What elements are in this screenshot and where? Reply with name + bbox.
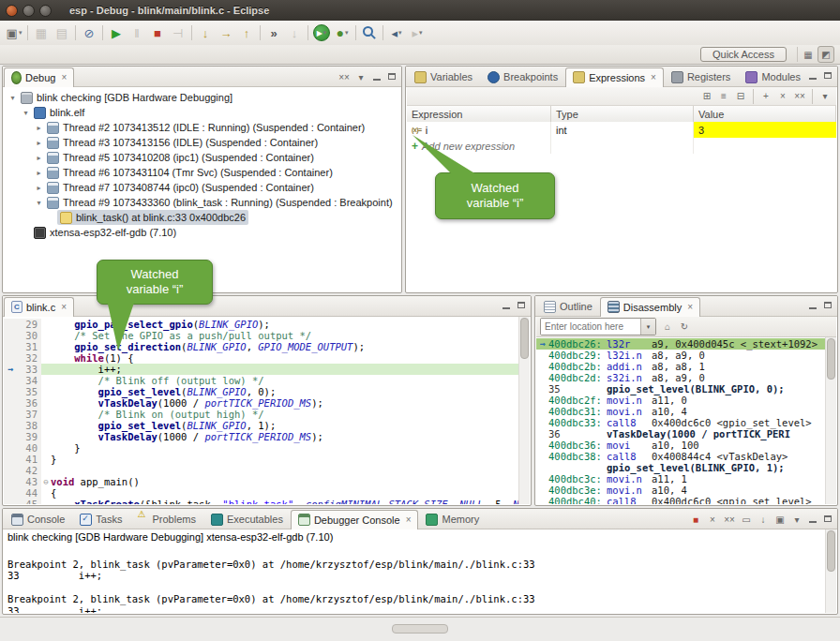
gutter-marker[interactable] [4,397,17,409]
terminate-console-icon[interactable]: ■ [688,512,703,527]
minimize-icon[interactable] [806,513,819,526]
window-maximize-button[interactable] [39,5,52,17]
scroll-lock-icon[interactable]: ↓ [756,512,771,527]
tab-problems[interactable]: Problems [129,509,202,529]
disassembly-line[interactable]: 400dbc40:call80x400dc6c0 <gpio_set_level… [536,496,826,504]
code-line[interactable]: 38 gpio_set_level(BLINK_GPIO, 1); [4,420,519,431]
code-line[interactable]: 42 [4,465,519,476]
disassembly-line[interactable]: 400dbc31:movi.na10, 4 [536,406,826,417]
instruction-pointer-icon[interactable]: → [4,364,17,375]
disassembly-line[interactable]: 36vTaskDelay(1000 / portTICK_PERI [536,428,826,440]
open-perspective-icon[interactable]: ▦ [801,47,816,62]
scrollbar-thumb[interactable] [827,338,835,380]
console-scrollbar[interactable] [825,529,836,613]
debug-tree-item[interactable]: ▸Thread #2 1073413512 (IDLE : Running) (… [4,120,400,135]
maximize-icon[interactable] [821,69,834,82]
code-line[interactable]: 29 gpio_pad_select_gpio(BLINK_GPIO); [4,319,519,330]
window-close-button[interactable] [6,5,18,17]
show-type-names-icon[interactable]: ⊞ [699,89,714,104]
debug-tree-item[interactable]: ▾blink checking [GDB Hardware Debugging] [4,90,400,105]
view-menu-icon[interactable]: ▾ [353,69,368,84]
gutter-marker[interactable] [4,409,17,420]
tab-breakpoints[interactable]: Breakpoints [480,67,565,86]
close-tab-icon[interactable]: × [687,302,693,312]
code-line[interactable]: 45 xTaskCreate(&blink_task, "blink_task"… [4,499,519,504]
step-return-icon[interactable]: ↑ [236,23,257,42]
disassembly-line[interactable]: gpio_set_level(BLINK_GPIO, 1); [536,462,826,473]
debug-tree-item[interactable]: ▸Thread #5 1073410208 (ipc1) (Suspended … [4,150,400,165]
remove-all-icon[interactable]: ×× [792,89,807,104]
column-header-type[interactable]: Type [551,106,694,122]
code-line[interactable]: 37 /* Blink on (output high) */ [4,409,519,420]
search-icon[interactable]: ○ [359,23,380,42]
expression-row[interactable]: (x)= i int 3 [407,122,836,138]
debug-tree-item[interactable]: xtensa-esp32-elf-gdb (7.10) [4,225,400,240]
scrollbar-thumb[interactable] [520,318,529,359]
tree-expander-icon[interactable]: ▾ [34,199,44,207]
add-new-expression-icon[interactable]: + [758,89,773,104]
disassembly-line[interactable]: 400dbc2b:addi.na8, a8, 1 [536,361,826,372]
disconnect-icon[interactable]: ⊣ [168,23,188,42]
tree-expander-icon[interactable]: ▾ [21,109,31,117]
tab-modules[interactable]: Modules [738,67,808,86]
remove-selected-icon[interactable]: × [775,89,790,104]
remove-all-terminated-icon[interactable]: ×× [337,69,352,84]
maximize-icon[interactable] [385,70,398,83]
close-tab-icon[interactable]: × [61,72,67,82]
minimize-icon[interactable] [370,70,383,83]
column-header-expression[interactable]: Expression [407,106,551,122]
code-line[interactable]: 43⊖void app_main() [4,476,519,487]
tab-outline[interactable]: Outline [536,296,600,316]
skip-all-breakpoints-icon[interactable]: ⊘ [79,23,99,42]
back-icon[interactable]: ◂▾ [386,23,407,42]
code-line[interactable]: 40 } [4,442,519,454]
code-line[interactable]: 36 vTaskDelay(1000 / portTICK_PERIOD_MS)… [4,397,519,409]
drop-to-frame-icon[interactable]: ↓ [284,23,305,42]
code-line[interactable]: 41} [4,454,519,465]
tab-registers[interactable]: Registers [664,67,738,86]
column-header-value[interactable]: Value [694,106,836,122]
expression-value[interactable]: 3 [694,122,836,138]
quick-access-button[interactable]: Quick Access [700,47,787,62]
suspend-icon[interactable]: ‖ [127,23,147,42]
close-tab-icon[interactable]: × [61,302,67,312]
gutter-marker[interactable] [4,442,17,454]
gutter-marker[interactable] [4,352,17,364]
tree-expander-icon[interactable]: ▾ [8,94,18,102]
code-line[interactable]: 32 while(1) { [4,352,519,364]
scrollbar-thumb[interactable] [827,530,835,572]
gutter-marker[interactable] [4,454,17,465]
home-icon[interactable]: ⌂ [660,320,675,335]
gutter-marker[interactable] [4,375,17,386]
code-line[interactable]: 35 gpio_set_level(BLINK_GPIO, 0); [4,386,519,397]
refresh-icon[interactable]: ↻ [677,320,692,335]
gutter-marker[interactable] [4,341,17,352]
tab-console[interactable]: Console [4,509,72,529]
disassembly-line[interactable]: 400dbc38:call80x400844c4 <vTaskDelay> [536,451,826,462]
editor-scrollbar[interactable] [518,317,530,504]
save-icon[interactable]: ▦ [31,23,52,42]
maximize-icon[interactable] [515,299,528,312]
tab-debug[interactable]: Debug× [4,67,74,87]
remove-all-launches-icon[interactable]: ×× [722,512,737,527]
disassembly-line[interactable]: 400dbc29:l32i.na8, a9, 0 [536,350,826,361]
debug-tree-item[interactable]: blink_task() at blink.c:33 0x400dbc26 [4,210,400,225]
instruction-stepping-icon[interactable]: » [263,23,284,42]
minimize-icon[interactable] [806,69,819,82]
code-line[interactable]: 34 /* Blink off (output low) */ [4,375,519,386]
gutter-marker[interactable] [4,487,17,499]
forward-icon[interactable]: ▸▾ [407,23,428,42]
save-all-icon[interactable]: ▤ [52,23,72,42]
gutter-marker[interactable] [4,319,17,330]
debug-tree-item[interactable]: ▸Thread #3 1073413156 (IDLE) (Suspended … [4,135,400,150]
gutter-marker[interactable] [4,330,17,341]
debug-perspective-icon[interactable]: ◩ [818,46,834,63]
disassembly-line[interactable]: 400dbc3e:movi.na10, 4 [536,484,826,496]
gutter-marker[interactable] [4,465,17,476]
tab-variables[interactable]: Variables [407,67,480,86]
code-line[interactable]: 31 gpio_set_direction(BLINK_GPIO, GPIO_M… [4,341,519,352]
window-minimize-button[interactable] [22,5,35,17]
code-editor[interactable]: 29 gpio_pad_select_gpio(BLINK_GPIO);30 /… [4,317,519,504]
tree-expander-icon[interactable]: ▸ [34,169,44,177]
debug-tree-item[interactable]: ▸Thread #7 1073408744 (ipc0) (Suspended … [4,180,400,195]
